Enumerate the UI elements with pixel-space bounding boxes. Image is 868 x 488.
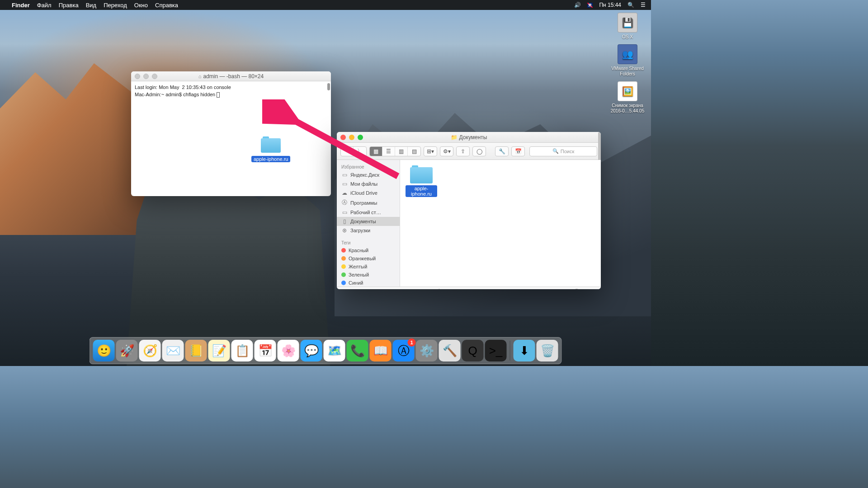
folder-icon: 📁 [451, 134, 458, 141]
volume-icon[interactable]: 🔊 [574, 2, 581, 8]
sidebar-tag[interactable]: Красный [337, 246, 400, 254]
sidebar-tag[interactable]: Желтый [337, 263, 400, 271]
dock-launchpad[interactable]: 🚀 [116, 340, 138, 361]
folder-icon [261, 136, 281, 153]
menu-go[interactable]: Переход [104, 2, 127, 9]
sidebar-item[interactable]: ☁iCloud Drive [337, 188, 400, 197]
finder-window[interactable]: 📁Документы 〈〉 ▦ ☰ ▥ ▤ ⊞▾ ⚙▾ ⇪ ◯ 🔧 📅 🔍Пои… [337, 132, 601, 289]
finder-content[interactable]: apple-iphone.ru [400, 160, 601, 286]
traffic-lights[interactable] [340, 135, 363, 140]
sidebar-item[interactable]: ⊛Загрузки [337, 226, 400, 235]
clock[interactable]: Пн 15:44 [599, 2, 621, 8]
forward-button[interactable]: 〉 [354, 147, 366, 156]
view-list-button[interactable]: ☰ [382, 147, 395, 156]
sidebar-item[interactable]: ▭Яндекс.Диск [337, 170, 400, 179]
dock-mail[interactable]: ✉️ [162, 340, 184, 361]
dock-ibooks[interactable]: 📖 [370, 340, 392, 361]
dock-terminal[interactable]: >_ [485, 340, 507, 361]
dock-messages[interactable]: 💬 [301, 340, 322, 361]
disk-icon: 💾 [618, 13, 637, 33]
status-text: Выбрано 1 из 1; доступно 134,74 ГБ [431, 289, 507, 289]
arrange-button[interactable]: ⊞▾ [424, 146, 437, 156]
extra-button[interactable]: 🔧 [495, 146, 509, 156]
view-buttons[interactable]: ▦ ☰ ▥ ▤ [369, 146, 421, 156]
dock-trash[interactable]: 🗑️ [537, 340, 558, 361]
dock-quicktime[interactable]: Q [462, 340, 484, 361]
terminal-title: ⌂admin — -bash — 80×24 [131, 73, 331, 80]
dock-maps[interactable]: 🗺️ [324, 340, 345, 361]
sidebar-header-favorites: Избранное [337, 163, 400, 170]
dock-notes[interactable]: 📝 [208, 340, 230, 361]
tag-dot-icon [341, 264, 346, 269]
dock-photos[interactable]: 🌸 [278, 340, 299, 361]
dock-facetime[interactable]: 📞 [347, 340, 368, 361]
desktop-icon-label: OS X [609, 34, 646, 40]
dock-finder[interactable]: 🙂 [93, 340, 115, 361]
sidebar-tag[interactable]: Синий [337, 279, 400, 286]
dock-xcode[interactable]: 🔨 [439, 340, 461, 361]
dock-reminders[interactable]: 📋 [231, 340, 253, 361]
finder-toolbar: 〈〉 ▦ ☰ ▥ ▤ ⊞▾ ⚙▾ ⇪ ◯ 🔧 📅 🔍Поиск [337, 143, 601, 160]
sidebar-item-documents[interactable]: ▯Документы [337, 217, 400, 226]
dock-downloads[interactable]: ⬇ [514, 340, 535, 361]
sidebar-item[interactable]: ⒶПрограммы [337, 197, 400, 208]
sidebar-header-tags: Теги [337, 239, 400, 246]
finder-sidebar: Избранное ▭Яндекс.Диск ▭Мои файлы ☁iClou… [337, 160, 400, 286]
search-input[interactable]: 🔍Поиск [529, 146, 597, 156]
desktop-icon-shared[interactable]: 👥 VMware Shared Folders [609, 44, 646, 77]
nav-buttons[interactable]: 〈〉 [340, 146, 367, 156]
menubar: Finder Файл Правка Вид Переход Окно Спра… [0, 0, 651, 10]
terminal-window[interactable]: ⌂admin — -bash — 80×24 Last login: Mon M… [131, 71, 331, 196]
menu-window[interactable]: Окно [134, 2, 148, 9]
tag-dot-icon [341, 248, 346, 253]
desktop-icon: ▭ [341, 209, 348, 216]
applications-icon: Ⓐ [341, 199, 348, 206]
menu-view[interactable]: Вид [86, 2, 97, 9]
view-icons-button[interactable]: ▦ [370, 147, 382, 156]
dock-safari[interactable]: 🧭 [139, 340, 161, 361]
badge: 1 [408, 338, 416, 347]
share-button[interactable]: ⇪ [456, 146, 470, 156]
action-button[interactable]: ⚙▾ [440, 146, 453, 156]
desktop-icon-label: Снимок экрана 2016-0…5.44.05 [609, 103, 646, 114]
icloud-icon: ☁ [341, 190, 348, 196]
menu-help[interactable]: Справка [155, 2, 178, 9]
finder-titlebar[interactable]: 📁Документы [337, 132, 601, 143]
tag-dot-icon [341, 272, 346, 277]
dock-settings[interactable]: ⚙️ [416, 340, 438, 361]
desktop-icon-screenshot[interactable]: 🖼️ Снимок экрана 2016-0…5.44.05 [609, 81, 646, 114]
menu-file[interactable]: Файл [37, 2, 52, 9]
drag-ghost-label: apple-iphone.ru [251, 156, 290, 162]
dock-calendar[interactable]: 📅 [255, 340, 276, 361]
spotlight-icon[interactable]: 🔍 [627, 2, 634, 8]
folder-icon [410, 165, 433, 183]
traffic-lights[interactable] [135, 74, 157, 79]
desktop-icon-label: VMware Shared Folders [609, 66, 646, 77]
app-name[interactable]: Finder [12, 2, 30, 9]
scrollbar-thumb[interactable] [327, 83, 330, 90]
input-source-icon[interactable]: 米 [587, 3, 593, 8]
notification-center-icon[interactable]: ☰ [641, 2, 646, 8]
finder-item[interactable]: apple-iphone.ru [406, 165, 437, 197]
finder-title: 📁Документы [337, 134, 601, 141]
dock-appstore[interactable]: Ⓐ1 [393, 340, 415, 361]
sidebar-item[interactable]: ▭Рабочий ст… [337, 208, 400, 217]
drag-ghost-folder[interactable]: apple-iphone.ru [251, 136, 290, 163]
sidebar-item[interactable]: ▭Мои файлы [337, 179, 400, 188]
terminal-content[interactable]: Last login: Mon May 2 10:35:43 on consol… [131, 81, 331, 101]
all-files-icon: ▭ [341, 181, 348, 187]
sidebar-tag[interactable]: Зеленый [337, 271, 400, 279]
tags-button[interactable]: ◯ [472, 146, 486, 156]
desktop-icon-disk[interactable]: 💾 OS X [609, 13, 646, 40]
view-columns-button[interactable]: ▥ [395, 147, 408, 156]
menu-edit[interactable]: Правка [59, 2, 79, 9]
sidebar-tag[interactable]: Оранжевый [337, 254, 400, 263]
extra-button[interactable]: 📅 [511, 146, 525, 156]
terminal-titlebar[interactable]: ⌂admin — -bash — 80×24 [131, 71, 331, 81]
finder-statusbar: Выбрано 1 из 1; доступно 134,74 ГБ [337, 286, 601, 289]
view-coverflow-button[interactable]: ▤ [408, 147, 420, 156]
image-file-icon: 🖼️ [618, 81, 637, 101]
search-icon: 🔍 [552, 148, 559, 154]
back-button[interactable]: 〈 [341, 147, 354, 156]
dock-contacts[interactable]: 📒 [185, 340, 207, 361]
